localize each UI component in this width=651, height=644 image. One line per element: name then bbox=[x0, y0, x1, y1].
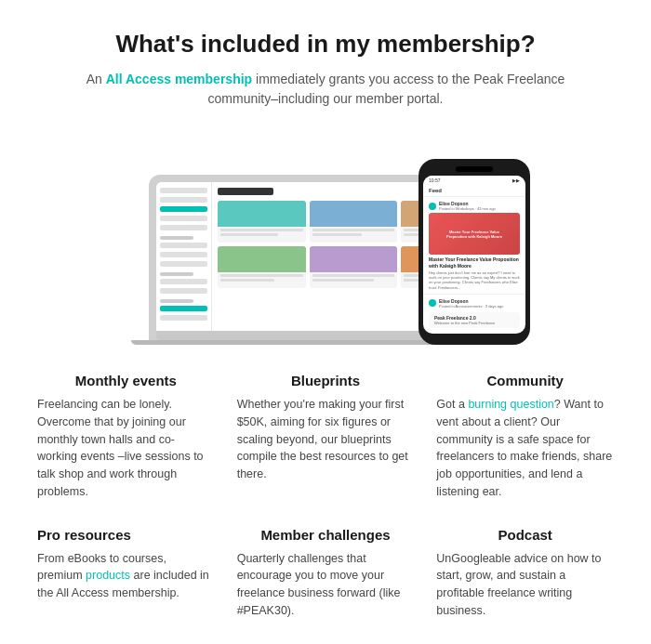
header-section: What's included in my membership? An All… bbox=[37, 30, 614, 109]
phone-bottom-section: Peak Freelance 2.0 Welcome to the new Pe… bbox=[429, 312, 520, 328]
phone-post-meta-wrap: Elise Dopson Posted in Workshops · 43 mi… bbox=[439, 201, 496, 211]
card-text bbox=[218, 227, 306, 240]
phone-notch bbox=[456, 166, 493, 172]
feature-blueprints: Blueprints Whether you're making your fi… bbox=[237, 373, 415, 501]
phone-post-body: Hey clients just don't hire me as an exp… bbox=[429, 270, 520, 290]
phone-post-header: Elise Dopson Posted in Workshops · 43 mi… bbox=[429, 201, 520, 211]
laptop-header-title bbox=[218, 188, 273, 195]
laptop-card bbox=[218, 246, 306, 288]
sidebar-item bbox=[160, 197, 207, 203]
feature-title: Podcast bbox=[436, 527, 614, 543]
subtitle-highlight: All Access membership bbox=[106, 72, 252, 86]
card-line bbox=[220, 274, 303, 277]
feature-text: Quarterly challenges that encourage you … bbox=[237, 550, 415, 620]
page-title: What's included in my membership? bbox=[37, 30, 614, 59]
avatar bbox=[429, 299, 436, 307]
phone-post2-meta-wrap: Elise Dopson Posted in Announcements · 3… bbox=[439, 298, 503, 309]
phone-screen: 10:57 ▶▶ Feed Elise Dopson Posted in Wor… bbox=[423, 176, 525, 334]
sidebar-section bbox=[160, 236, 207, 267]
feature-title: Blueprints bbox=[237, 373, 415, 388]
avatar bbox=[429, 203, 436, 210]
sidebar-section-resources bbox=[160, 299, 207, 321]
sidebar-label bbox=[160, 272, 193, 276]
phone-post-image: Master Your Freelance ValueProposition w… bbox=[429, 213, 520, 255]
feature-title: Monthly events bbox=[37, 373, 215, 388]
sidebar-section bbox=[160, 272, 207, 294]
card-line bbox=[312, 233, 362, 236]
subtitle-post: immediately grants you access to the Pea… bbox=[208, 72, 565, 106]
pro-link: products bbox=[86, 569, 130, 582]
sidebar-item bbox=[160, 261, 207, 267]
sidebar-item bbox=[160, 225, 207, 230]
phone-feed-label: Feed bbox=[429, 188, 442, 193]
sidebar-item bbox=[160, 315, 207, 321]
card-line bbox=[312, 274, 395, 277]
card-line bbox=[312, 279, 375, 282]
phone-bottom-subtitle: Welcome to the new Peak Freelance bbox=[434, 321, 514, 325]
phone-post-2: Elise Dopson Posted in Announcements · 3… bbox=[423, 295, 525, 332]
sidebar-item bbox=[160, 243, 207, 248]
laptop-card bbox=[310, 201, 398, 243]
laptop-sidebar bbox=[156, 182, 212, 331]
feature-text: UnGoogleable advice on how to start, gro… bbox=[436, 550, 614, 620]
phone-mockup: 10:57 ▶▶ Feed Elise Dopson Posted in Wor… bbox=[418, 159, 530, 345]
feature-text: From eBooks to courses, premium products… bbox=[37, 550, 215, 602]
feature-text: Got a burning question? Want to vent abo… bbox=[436, 396, 614, 501]
sidebar-item-active bbox=[160, 206, 207, 212]
card-text bbox=[218, 272, 306, 285]
phone-post2-header: Elise Dopson Posted in Announcements · 3… bbox=[429, 298, 520, 309]
sidebar-item bbox=[160, 279, 207, 284]
feature-community: Community Got a burning question? Want t… bbox=[436, 373, 614, 501]
feature-title: Pro resources bbox=[37, 527, 215, 543]
feature-podcast: Podcast UnGoogleable advice on how to st… bbox=[436, 527, 614, 620]
feature-text: Whether you're making your first $50K, a… bbox=[237, 396, 415, 483]
card-line bbox=[220, 233, 278, 236]
feature-member-challenges: Member challenges Quarterly challenges t… bbox=[237, 527, 415, 620]
sidebar-label bbox=[160, 236, 193, 240]
card-thumbnail bbox=[310, 201, 398, 227]
sidebar-item bbox=[160, 188, 207, 193]
sidebar-label bbox=[160, 299, 193, 303]
card-thumbnail bbox=[218, 201, 306, 227]
community-pre: Got a bbox=[436, 398, 468, 411]
community-link: burning question bbox=[468, 398, 553, 411]
phone-feed-header: Feed bbox=[423, 185, 525, 197]
card-thumbnail bbox=[218, 246, 306, 272]
subtitle: An All Access membership immediately gra… bbox=[84, 70, 567, 109]
phone-icons: ▶▶ bbox=[512, 177, 520, 183]
card-line bbox=[220, 229, 303, 231]
features-row-2: Pro resources From eBooks to courses, pr… bbox=[37, 527, 614, 620]
feature-monthly-events: Monthly events Freelancing can be lonely… bbox=[37, 373, 215, 501]
phone-status-bar: 10:57 ▶▶ bbox=[423, 176, 525, 185]
card-text bbox=[310, 272, 398, 285]
feature-pro-resources: Pro resources From eBooks to courses, pr… bbox=[37, 527, 215, 620]
mockup-section: 10:57 ▶▶ Feed Elise Dopson Posted in Wor… bbox=[37, 131, 614, 345]
phone-post-title: Master Your Freelance Value Proposition … bbox=[429, 256, 520, 269]
feature-text: Freelancing can be lonely. Overcome that… bbox=[37, 396, 215, 501]
phone-outer: 10:57 ▶▶ Feed Elise Dopson Posted in Wor… bbox=[418, 159, 530, 345]
sidebar-item bbox=[160, 252, 207, 257]
phone-post-meta: Posted in Workshops · 43 min ago bbox=[439, 206, 496, 211]
laptop-card bbox=[310, 246, 398, 288]
sidebar-item bbox=[160, 216, 207, 221]
phone-post-1: Elise Dopson Posted in Workshops · 43 mi… bbox=[423, 197, 525, 295]
card-line bbox=[312, 229, 395, 231]
card-line bbox=[220, 279, 274, 282]
phone-post2-meta: Posted in Announcements · 3 days ago bbox=[439, 304, 503, 309]
card-thumbnail bbox=[310, 246, 398, 272]
features-row-1: Monthly events Freelancing can be lonely… bbox=[37, 373, 614, 501]
phone-post-image-text: Master Your Freelance ValueProposition w… bbox=[445, 228, 504, 241]
feature-title: Member challenges bbox=[237, 527, 415, 543]
community-post: ? Want to vent about a client? Our commu… bbox=[436, 398, 612, 498]
phone-time: 10:57 bbox=[429, 177, 441, 183]
card-text bbox=[310, 227, 398, 240]
feature-title: Community bbox=[436, 373, 614, 388]
laptop-card bbox=[218, 201, 306, 243]
sidebar-item bbox=[160, 288, 207, 294]
subtitle-pre: An bbox=[86, 72, 106, 86]
sidebar-item-active bbox=[160, 306, 207, 311]
